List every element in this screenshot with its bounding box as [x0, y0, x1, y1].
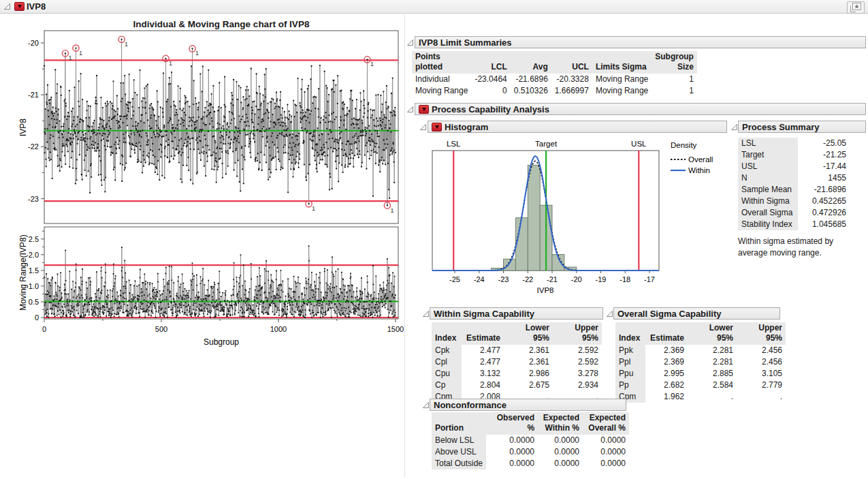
table-row: Cp2.8042.6752.934	[432, 380, 602, 391]
cell: -21.6896	[511, 74, 551, 85]
column-header: Lower 95%	[688, 322, 737, 345]
disclosure-triangle-histogram[interactable]	[419, 123, 427, 131]
process-summary-note: Within sigma estimated by average moving…	[738, 236, 865, 259]
cell: -21.25	[798, 149, 850, 161]
cell: -20.3328	[551, 74, 592, 85]
cell: 0	[471, 85, 510, 97]
disclosure-triangle-nonconformance[interactable]	[422, 401, 430, 409]
cell: .	[688, 391, 737, 403]
red-triangle-menu-button[interactable]	[419, 105, 429, 114]
usl-label: USL	[631, 140, 647, 148]
y-tick-label: 2.5	[29, 235, 39, 243]
section-header-process-summary[interactable]: Process Summary	[738, 121, 866, 133]
column-header: Portion	[432, 412, 486, 435]
cell: Above USL	[432, 446, 486, 458]
cell: Cpl	[432, 356, 462, 368]
capability-histogram[interactable]: LSLTargetUSL-25-24-23-22-21-20-19-18-17I…	[427, 136, 730, 299]
cell: 0.0000	[486, 446, 538, 458]
table-row: Cpl2.4772.3612.592	[432, 356, 602, 368]
x-tick-label: 0	[42, 325, 46, 333]
cell: Below LSL	[432, 435, 486, 446]
menu-triangle-icon	[18, 5, 22, 8]
red-triangle-menu-button[interactable]	[432, 123, 442, 132]
y-tick-label: -21	[28, 91, 39, 99]
section-title: Process Capability Analysis	[432, 104, 549, 114]
cell: USL	[738, 161, 798, 172]
target-label: Target	[535, 140, 558, 148]
y-tick-label: 1.0	[29, 282, 39, 290]
section-title: Process Summary	[742, 122, 819, 132]
y-tick-label: -20	[28, 39, 39, 47]
cell: -17.44	[798, 161, 850, 172]
disclosure-triangle-within-capability[interactable]	[422, 310, 430, 318]
disclosure-triangle-limit-summaries[interactable]	[406, 39, 414, 46]
section-header-limit-summaries[interactable]: IVP8 Limit Summaries	[415, 36, 866, 48]
cell: -25.05	[798, 138, 850, 149]
section-header-overall-capability[interactable]: Overall Sigma Capability	[613, 307, 780, 320]
section-header-within-capability[interactable]: Within Sigma Capability	[430, 307, 603, 320]
section-title: Overall Sigma Capability	[617, 309, 721, 319]
disclosure-triangle-capability[interactable]	[406, 106, 414, 113]
x-tick-label: -20	[571, 275, 582, 283]
cell: 0.0000	[538, 458, 583, 469]
x-axis-label: Subgroup	[204, 337, 239, 347]
section-header-capability[interactable]: Process Capability Analysis	[415, 103, 866, 115]
x-tick-label: 1000	[270, 325, 287, 333]
jmp-report-window: IVP8 Individual & Moving Range chart of …	[0, 0, 868, 479]
disclosure-triangle-open-icon[interactable]	[3, 3, 11, 10]
cell: 0.472926	[798, 207, 850, 219]
cell: 1455	[798, 172, 850, 184]
red-triangle-menu-button[interactable]	[14, 2, 25, 11]
cell: Cpu	[432, 368, 462, 380]
section-header-nonconformance[interactable]: Nonconformance	[430, 399, 626, 411]
table-row: USL-17.44	[738, 161, 850, 172]
column-header: UCL	[551, 51, 592, 74]
column-header: Expected Overall %	[583, 412, 629, 435]
section-title: Histogram	[445, 122, 488, 132]
cell: 0.0000	[486, 458, 538, 469]
window-properties-button[interactable]	[847, 1, 865, 14]
cell: Sample Mean	[738, 184, 798, 196]
x-tick-label: -17	[644, 275, 655, 283]
section-header-histogram[interactable]: Histogram	[428, 121, 727, 133]
cell: 2.584	[688, 380, 737, 391]
table-row: Target-21.25	[738, 149, 850, 161]
table-row: Cpu3.1322.9863.278	[432, 368, 602, 380]
disclosure-triangle-process-summary[interactable]	[730, 123, 738, 131]
individual-moving-range-chart[interactable]: 11111111-20-21-22-2300.51.01.52.02.50500…	[5, 15, 404, 362]
cell: 1.962	[645, 391, 688, 403]
histogram-bar	[515, 218, 528, 271]
cell: Ppl	[615, 356, 645, 368]
disclosure-triangle-overall-capability[interactable]	[606, 310, 613, 318]
cell: 0.0000	[583, 435, 629, 446]
x-tick-label: 1500	[387, 325, 404, 333]
cell: 2.369	[645, 356, 688, 368]
cell: 2.675	[504, 380, 553, 391]
cell: Cp	[432, 380, 462, 391]
y-tick-label: 1.5	[29, 266, 39, 275]
process-summary-table: LSL-25.05Target-21.25USL-17.44N1455Sampl…	[738, 138, 850, 230]
window-title: IVP8	[27, 1, 46, 12]
cell: 1.666997	[551, 85, 592, 97]
column-header: Observed %	[486, 412, 538, 435]
y-tick-label: -22	[28, 142, 39, 151]
lsl-label: LSL	[447, 140, 461, 148]
cell: 0.0000	[538, 446, 583, 458]
cell: 2.281	[688, 345, 737, 356]
column-header: Expected Within %	[538, 412, 583, 435]
cell: 0.452265	[798, 196, 850, 207]
table-row: Overall Sigma0.472926	[738, 207, 850, 219]
cell: 3.105	[737, 368, 786, 380]
cell: 2.934	[553, 380, 602, 391]
x-tick-label: -18	[620, 275, 630, 283]
cell: Stability Index	[738, 219, 798, 230]
x-tick-label: -22	[522, 275, 533, 283]
cell: Pp	[615, 380, 645, 391]
y-tick-label: -23	[28, 195, 39, 203]
cell: Ppu	[615, 368, 645, 380]
cell: .	[737, 391, 786, 403]
nonconformance-table: PortionObserved %Expected Within %Expect…	[432, 412, 629, 469]
column-header: Index	[615, 322, 645, 345]
histogram-bar	[528, 165, 540, 271]
cell: 0.0000	[583, 458, 629, 469]
